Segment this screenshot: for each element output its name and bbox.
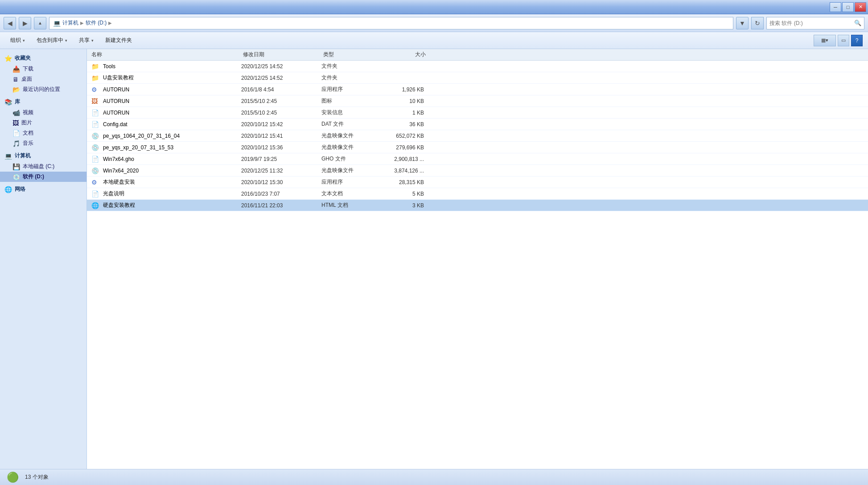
sidebar-item-music[interactable]: 🎵 音乐 xyxy=(0,138,86,148)
library-header[interactable]: 📚 库 xyxy=(0,96,86,107)
sidebar-item-image[interactable]: 🖼 图片 xyxy=(0,118,86,128)
download-label: 下载 xyxy=(23,65,33,73)
col-header-size[interactable]: 大小 xyxy=(377,51,435,58)
doc-icon: 📄 xyxy=(12,130,20,137)
file-type: 光盘映像文件 xyxy=(321,144,375,151)
disk-c-icon: 💾 xyxy=(12,163,20,170)
file-name: Config.dat xyxy=(103,121,241,127)
sidebar-item-local-c[interactable]: 💾 本地磁盘 (C:) xyxy=(0,161,86,172)
file-date: 2020/10/12 15:42 xyxy=(241,121,321,127)
add-lib-dropdown-arrow: ▾ xyxy=(65,38,67,43)
file-name: pe_yqs_xp_20_07_31_15_53 xyxy=(103,144,241,151)
recent-label: 最近访问的位置 xyxy=(23,86,60,93)
network-label: 网络 xyxy=(15,185,25,193)
file-name: U盘安装教程 xyxy=(103,74,241,82)
sidebar-item-doc[interactable]: 📄 文档 xyxy=(0,128,86,138)
maximize-button[interactable]: □ xyxy=(842,2,854,12)
table-row[interactable]: 📁 Tools 2020/12/25 14:52 文件夹 xyxy=(87,61,868,72)
table-row[interactable]: 💿 pe_yqs_xp_20_07_31_15_53 2020/10/12 15… xyxy=(87,142,868,153)
table-row[interactable]: 🖼 AUTORUN 2015/5/10 2:45 图标 10 KB xyxy=(87,95,868,107)
favorites-header[interactable]: ⭐ 收藏夹 xyxy=(0,53,86,64)
file-size: 10 KB xyxy=(375,98,433,104)
share-button[interactable]: 共享 ▾ xyxy=(74,34,99,47)
favorites-label: 收藏夹 xyxy=(15,54,31,62)
preview-pane-button[interactable]: ▭ xyxy=(838,35,849,46)
file-type: 文本文档 xyxy=(321,190,375,197)
file-size: 279,696 KB xyxy=(375,144,433,151)
breadcrumb-software-d[interactable]: 软件 (D:) xyxy=(86,19,107,27)
library-icon: 📚 xyxy=(4,99,12,106)
forward-button[interactable]: ▶ xyxy=(19,17,31,29)
table-row[interactable]: 💿 pe_yqs_1064_20_07_31_16_04 2020/10/12 … xyxy=(87,130,868,142)
new-folder-label: 新建文件夹 xyxy=(105,37,132,44)
dropdown-button[interactable]: ▼ xyxy=(736,17,749,29)
search-icon[interactable]: 🔍 xyxy=(854,20,861,26)
file-date: 2020/12/25 14:52 xyxy=(241,75,321,81)
table-row[interactable]: 📄 Config.dat 2020/10/12 15:42 DAT 文件 36 … xyxy=(87,119,868,130)
file-type: 文件夹 xyxy=(321,62,375,70)
network-header[interactable]: 🌐 网络 xyxy=(0,184,86,195)
sidebar-item-download[interactable]: 📥 下载 xyxy=(0,64,86,74)
close-button[interactable]: ✕ xyxy=(855,2,866,12)
file-size: 5 KB xyxy=(375,191,433,197)
file-date: 2020/12/25 14:52 xyxy=(241,63,321,70)
table-row[interactable]: ⚙ AUTORUN 2016/1/8 4:54 应用程序 1,926 KB xyxy=(87,84,868,95)
file-type: 应用程序 xyxy=(321,86,375,93)
sidebar-item-video[interactable]: 📹 视频 xyxy=(0,107,86,118)
col-header-date[interactable]: 修改日期 xyxy=(243,51,323,58)
file-type: 光盘映像文件 xyxy=(321,132,375,140)
table-row[interactable]: 📄 Win7x64.gho 2019/9/7 19:25 GHO 文件 2,90… xyxy=(87,153,868,165)
view-change-button[interactable]: ▦▾ xyxy=(814,35,836,46)
network-icon: 🌐 xyxy=(4,186,12,193)
file-date: 2016/10/23 7:07 xyxy=(241,191,321,197)
network-section: 🌐 网络 xyxy=(0,184,86,195)
favorites-icon: ⭐ xyxy=(4,55,12,62)
table-row[interactable]: 🌐 硬盘安装教程 2016/11/21 22:03 HTML 文档 3 KB xyxy=(87,200,868,211)
file-icon: 📄 xyxy=(91,156,100,163)
library-section: 📚 库 📹 视频 🖼 图片 📄 文档 🎵 音乐 xyxy=(0,96,86,148)
table-row[interactable]: 📁 U盘安装教程 2020/12/25 14:52 文件夹 xyxy=(87,72,868,84)
computer-label: 计算机 xyxy=(15,152,31,160)
minimize-button[interactable]: ─ xyxy=(830,2,841,12)
organize-button[interactable]: 组织 ▾ xyxy=(5,34,30,47)
image-label: 图片 xyxy=(21,119,32,127)
table-row[interactable]: 📄 光盘说明 2016/10/23 7:07 文本文档 5 KB xyxy=(87,188,868,200)
file-type: HTML 文档 xyxy=(321,201,375,209)
back-button[interactable]: ◀ xyxy=(4,17,16,29)
breadcrumb-computer[interactable]: 计算机 xyxy=(62,19,78,27)
col-header-name[interactable]: 名称 xyxy=(91,51,243,58)
refresh-button[interactable]: ↻ xyxy=(751,17,764,29)
up-button[interactable]: ▲ xyxy=(34,17,46,29)
file-name: Win7x64_2020 xyxy=(103,168,241,174)
table-row[interactable]: 📄 AUTORUN 2015/5/10 2:45 安装信息 1 KB xyxy=(87,107,868,119)
file-size: 36 KB xyxy=(375,121,433,127)
sidebar-item-recent[interactable]: 📂 最近访问的位置 xyxy=(0,84,86,95)
search-box: 🔍 xyxy=(766,17,864,29)
computer-header[interactable]: 💻 计算机 xyxy=(0,150,86,161)
table-row[interactable]: 💿 Win7x64_2020 2020/12/25 11:32 光盘映像文件 3… xyxy=(87,165,868,177)
file-list-area: 名称 修改日期 类型 大小 📁 Tools 2020/12/25 14:52 文… xyxy=(87,49,868,469)
local-disk-c-label: 本地磁盘 (C:) xyxy=(23,163,54,170)
file-type: 光盘映像文件 xyxy=(321,167,375,174)
table-row[interactable]: ⚙ 本地硬盘安装 2020/10/12 15:30 应用程序 28,315 KB xyxy=(87,177,868,188)
file-size: 1,926 KB xyxy=(375,86,433,93)
col-header-type[interactable]: 类型 xyxy=(323,51,377,58)
add-to-library-button[interactable]: 包含到库中 ▾ xyxy=(32,34,72,47)
file-type: 应用程序 xyxy=(321,178,375,186)
breadcrumb-separator2: ▶ xyxy=(108,21,112,25)
new-folder-button[interactable]: 新建文件夹 xyxy=(100,34,137,47)
help-button[interactable]: ? xyxy=(851,35,863,46)
file-name: AUTORUN xyxy=(103,98,241,104)
music-icon: 🎵 xyxy=(12,140,20,147)
sidebar-item-software-d[interactable]: 💿 软件 (D:) xyxy=(0,172,86,182)
file-type: 文件夹 xyxy=(321,74,375,82)
share-dropdown-arrow: ▾ xyxy=(91,38,94,43)
file-size: 652,072 KB xyxy=(375,133,433,139)
file-date: 2020/10/12 15:30 xyxy=(241,179,321,185)
search-input[interactable] xyxy=(769,20,854,26)
file-icon: ⚙ xyxy=(91,179,100,186)
sidebar-item-desktop[interactable]: 🖥 桌面 xyxy=(0,74,86,84)
file-date: 2020/12/25 11:32 xyxy=(241,168,321,174)
title-bar: ─ □ ✕ xyxy=(0,0,868,14)
file-size: 3 KB xyxy=(375,202,433,209)
